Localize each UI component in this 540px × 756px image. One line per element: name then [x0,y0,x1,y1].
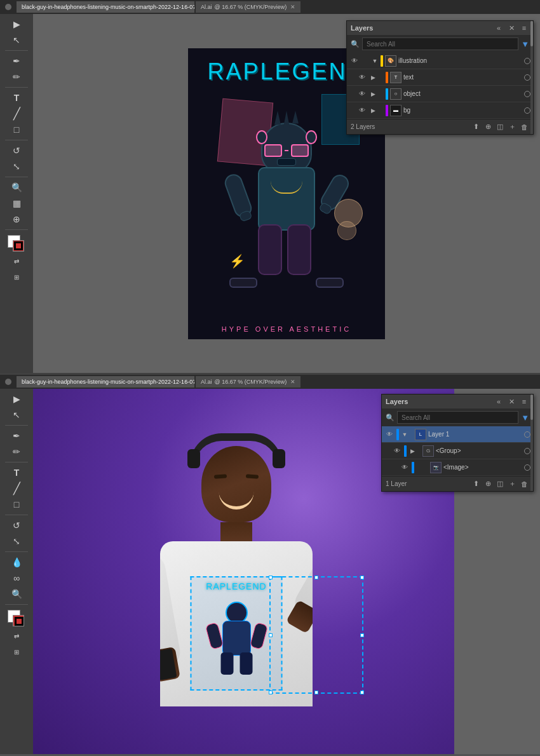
top-tab-2[interactable]: Al.ai @ 16.67 % (CMYK/Preview) ✕ [196,1,300,13]
b-pencil-btn[interactable]: ✏ [8,444,25,459]
panel-close-btn[interactable]: ✕ [506,23,516,33]
stroke-color-chip[interactable] [13,240,24,252]
eye-icon-object[interactable]: 👁 [357,89,367,99]
b-line-btn[interactable]: ╱ [8,481,25,496]
panel-menu-btn[interactable]: ≡ [519,23,529,33]
new-layer-btn-top[interactable]: ＋ [507,122,517,132]
layer-row-group[interactable]: 👁 ▶ G <Group> [382,443,533,459]
expand-arrow-text[interactable]: ▶ [369,74,377,81]
b-new-layer-btn[interactable]: ＋ [507,479,517,489]
b-direct-select-btn[interactable]: ↖ [8,407,25,422]
b-zoom-btn[interactable]: 🔍 [8,586,25,602]
layer-row-bg[interactable]: 👁 ▶ ▬ bg [347,102,533,119]
scale-btn[interactable]: ⤡ [8,159,25,174]
b-expand-arrow-layer1[interactable]: ▼ [401,431,408,438]
b-delete-btn[interactable]: 🗑 [519,479,529,489]
pencil-btn[interactable]: ✏ [8,69,25,84]
b-eye-icon-image[interactable]: 👁 [400,462,410,473]
bottom-tab-2-close[interactable]: ✕ [290,379,295,385]
expand-arrow-illustration[interactable]: ▼ [371,57,379,65]
b-scale-btn[interactable]: ⤡ [8,534,25,549]
b-screen-btn[interactable]: ⊞ [8,644,25,659]
bottom-tab-1[interactable]: black-guy-in-headphones-listening-music-… [17,376,194,388]
swap-colors-btn[interactable]: ⇄ [8,253,25,269]
line-btn[interactable]: ╱ [8,106,25,121]
eye-icon-bg[interactable]: 👁 [357,105,367,116]
panel-collapse-btn[interactable]: « [494,23,504,33]
handle-mr[interactable] [360,633,364,637]
panel-scrollbar-top[interactable] [530,21,533,134]
b-rotate-btn[interactable]: ↺ [8,518,25,533]
handle-br[interactable] [360,691,364,694]
layer-row-image[interactable]: 👁 📷 <Image> [382,459,533,476]
b-expand-arrow-group[interactable]: ▶ [408,447,416,455]
direct-select-btn[interactable]: ↖ [8,32,25,48]
handle-bl[interactable] [269,691,273,694]
b-panel-close-btn[interactable]: ✕ [506,396,516,407]
tool-divider-4 [5,177,28,177]
b-make-sublayer-btn[interactable]: ⬆ [471,479,481,489]
layer-target-bg[interactable] [524,107,530,114]
b-eye-icon-layer1[interactable]: 👁 [384,429,395,440]
b-blend-btn[interactable]: ∞ [8,570,25,586]
eyedropper-btn[interactable]: 🔍 [8,180,25,195]
layer-row-object[interactable]: 👁 ▶ ○ object [347,86,533,102]
b-panel-scrollbar[interactable] [530,395,533,491]
handle-tm[interactable] [314,576,318,579]
zoom-btn[interactable]: ⊕ [8,212,25,227]
rotate-btn[interactable]: ↺ [8,143,25,158]
handle-tl[interactable] [269,576,273,579]
top-search-input[interactable] [362,37,518,50]
pen-btn[interactable]: ✒ [8,53,25,69]
layer-row-text[interactable]: 👁 ▶ T text [347,69,533,86]
bottom-search-input[interactable] [397,411,518,424]
b-collect-btn[interactable]: ◫ [495,479,505,489]
b-layer-target-group[interactable] [524,448,530,454]
make-sublayer-btn[interactable]: ⬆ [471,122,481,132]
layer-target-text[interactable] [524,74,530,81]
b-type-btn[interactable]: T [8,465,25,480]
b-shape-btn[interactable]: □ [8,497,25,512]
expand-arrow-object[interactable]: ▶ [369,90,377,98]
collect-btn[interactable]: ◫ [495,122,505,132]
b-stroke-chip[interactable] [13,615,24,626]
b-locate-btn[interactable]: ⊕ [483,479,493,489]
expand-arrow-bg[interactable]: ▶ [369,107,377,114]
eye-icon-illustration[interactable]: 👁 [349,56,360,66]
b-eye-icon-group[interactable]: 👁 [392,446,402,456]
layer-target-object[interactable] [524,91,530,97]
b-panel-collapse-btn[interactable]: « [494,396,504,407]
screen-mode-btn[interactable]: ⊞ [8,269,25,285]
filter-icon[interactable]: ▼ [521,39,529,49]
layer-target-illustration[interactable] [524,58,530,64]
handle-tr[interactable] [360,576,364,579]
bottom-panel-footer: 1 Layer ⬆ ⊕ ◫ ＋ 🗑 [382,476,533,491]
layer-row-illustration[interactable]: 👁 ▼ 🎨 illustration [347,53,533,69]
b-panel-menu-btn[interactable]: ≡ [519,396,529,407]
b-layer-target-image[interactable] [524,464,530,471]
bottom-tab-2-label: Al.ai [201,379,212,385]
handle-bm[interactable] [314,691,318,694]
bottom-tab-2[interactable]: Al.ai @ 16.67 % (CMYK/Preview) ✕ [196,376,300,388]
locate-object-btn[interactable]: ⊕ [483,122,493,132]
b-filter-icon[interactable]: ▼ [521,413,529,422]
type-btn[interactable]: T [8,90,25,105]
gradient-btn[interactable]: ▦ [8,196,25,211]
b-selection-btn[interactable]: ▶ [8,391,25,407]
handle-ml[interactable] [269,633,273,637]
top-tab-2-close[interactable]: ✕ [290,4,295,10]
selection-tool-btn[interactable]: ▶ [8,17,25,32]
b-scroll-thumb[interactable] [530,395,533,420]
b-layer-target-layer1[interactable] [524,431,530,438]
layer-row-layer1[interactable]: 👁 ▼ L Layer 1 [382,426,533,443]
delete-layer-btn-top[interactable]: 🗑 [519,122,529,132]
top-tab-1[interactable]: black-guy-in-headphones-listening-music-… [17,1,194,13]
top-tabs: black-guy-in-headphones-listening-music-… [17,1,300,13]
b-eyedropper-btn[interactable]: 💧 [8,555,25,570]
eye-icon-text[interactable]: 👁 [357,72,367,83]
bottom-search-row: 🔍 ▼ [382,408,533,426]
b-swap-btn[interactable]: ⇄ [8,628,25,644]
b-pen-btn[interactable]: ✒ [8,428,25,443]
scroll-thumb-top[interactable] [530,21,533,46]
shape-btn[interactable]: □ [8,122,25,137]
